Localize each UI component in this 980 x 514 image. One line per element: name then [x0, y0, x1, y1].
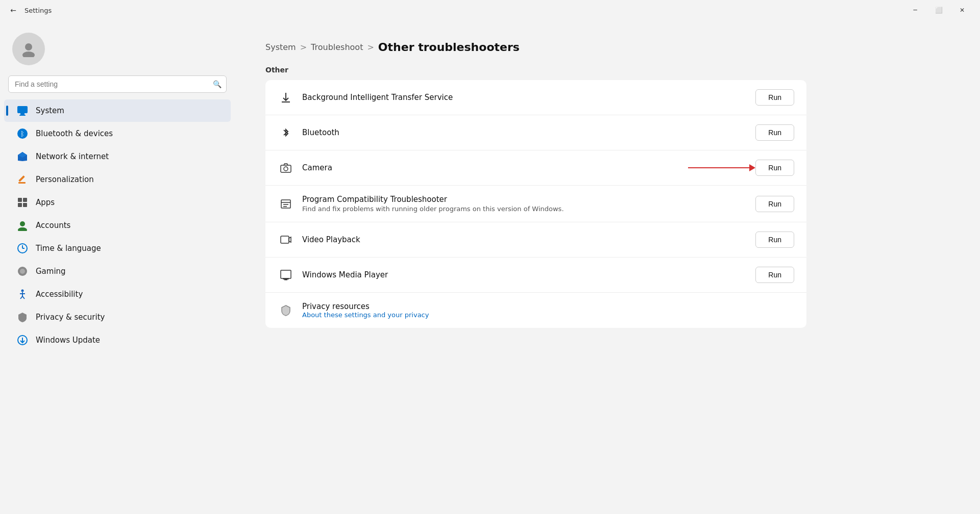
- svg-rect-4: [19, 115, 26, 116]
- troubleshooter-title-privacy-resources: Privacy resources: [302, 302, 794, 311]
- maximize-button[interactable]: ⬜: [927, 2, 950, 18]
- troubleshooter-text-camera: Camera: [302, 163, 747, 172]
- breadcrumb-current: Other troubleshooters: [378, 41, 520, 54]
- troubleshooter-title-windows-media: Windows Media Player: [302, 270, 747, 279]
- troubleshooter-icon-bluetooth: [278, 124, 294, 141]
- troubleshooter-subtitle-program-compat: Find and fix problems with running older…: [302, 205, 747, 213]
- troubleshooter-link-privacy-resources[interactable]: About these settings and your privacy: [302, 311, 794, 319]
- run-button-bits[interactable]: Run: [755, 89, 794, 106]
- breadcrumb-sep1: >: [300, 42, 307, 52]
- sidebar-item-label-personalization: Personalization: [36, 175, 94, 184]
- troubleshooter-text-program-compat: Program Compatibility TroubleshooterFind…: [302, 195, 747, 213]
- sidebar-item-label-privacy: Privacy & security: [36, 313, 105, 322]
- svg-rect-33: [281, 236, 289, 243]
- sidebar-item-accessibility[interactable]: Accessibility: [4, 283, 231, 305]
- troubleshooter-title-camera: Camera: [302, 163, 747, 172]
- run-button-program-compat[interactable]: Run: [755, 196, 794, 212]
- sidebar-item-system[interactable]: System: [4, 99, 231, 122]
- troubleshooter-title-program-compat: Program Compatibility Troubleshooter: [302, 195, 747, 204]
- sidebar-item-label-time: Time & language: [36, 244, 101, 253]
- accessibility-icon: [16, 288, 29, 300]
- breadcrumb: System > Troubleshoot > Other troublesho…: [265, 41, 949, 54]
- run-button-windows-media[interactable]: Run: [755, 267, 794, 283]
- troubleshooter-row-windows-media: Windows Media Player Run: [265, 258, 806, 293]
- user-avatar-section: [0, 29, 235, 75]
- window-controls: ─ ⬜ ✕: [903, 2, 974, 18]
- svg-rect-9: [18, 198, 22, 202]
- sidebar-item-network[interactable]: Network & internet: [4, 145, 231, 168]
- svg-point-28: [284, 167, 288, 171]
- sidebar-item-personalization[interactable]: Personalization: [4, 168, 231, 191]
- troubleshooter-text-windows-media: Windows Media Player: [302, 270, 747, 279]
- svg-rect-34: [281, 270, 291, 278]
- svg-point-14: [18, 227, 27, 231]
- troubleshooter-title-bluetooth: Bluetooth: [302, 128, 747, 137]
- troubleshooter-icon-windows-media: [278, 267, 294, 283]
- troubleshooter-row-privacy-resources: Privacy resourcesAbout these settings an…: [265, 293, 806, 328]
- sidebar: 🔍 System ᛒ Bluetooth & devices Network &…: [0, 20, 235, 514]
- titlebar: ← Settings ─ ⬜ ✕: [0, 0, 980, 20]
- troubleshooter-row-video-playback: Video Playback Run: [265, 222, 806, 258]
- sidebar-item-label-apps: Apps: [36, 198, 55, 207]
- minimize-button[interactable]: ─: [903, 2, 927, 18]
- sidebar-item-label-system: System: [36, 106, 64, 115]
- svg-line-24: [22, 296, 24, 299]
- sidebar-item-label-bluetooth: Bluetooth & devices: [36, 129, 113, 138]
- troubleshooter-icon-program-compat: [278, 196, 294, 212]
- svg-rect-11: [18, 203, 22, 207]
- sidebar-item-accounts[interactable]: Accounts: [4, 214, 231, 237]
- search-input[interactable]: [8, 75, 227, 93]
- sidebar-item-gaming[interactable]: Gaming: [4, 260, 231, 282]
- app-window: 🔍 System ᛒ Bluetooth & devices Network &…: [0, 20, 980, 514]
- svg-rect-27: [281, 165, 291, 172]
- network-icon: [16, 150, 29, 163]
- run-button-video-playback[interactable]: Run: [755, 232, 794, 248]
- sidebar-item-label-accessibility: Accessibility: [36, 290, 83, 299]
- sidebar-item-bluetooth[interactable]: ᛒ Bluetooth & devices: [4, 122, 231, 145]
- troubleshooter-icon-video-playback: [278, 232, 294, 248]
- app-title: Settings: [24, 7, 52, 14]
- sidebar-item-update[interactable]: Windows Update: [4, 329, 231, 351]
- search-box: 🔍: [8, 75, 227, 93]
- troubleshooter-text-bluetooth: Bluetooth: [302, 128, 747, 137]
- run-button-bluetooth[interactable]: Run: [755, 124, 794, 141]
- troubleshooter-icon-camera: [278, 160, 294, 176]
- troubleshooter-title-video-playback: Video Playback: [302, 235, 747, 244]
- accounts-icon: [16, 219, 29, 232]
- sidebar-item-label-gaming: Gaming: [36, 267, 66, 276]
- sidebar-item-label-network: Network & internet: [36, 152, 109, 161]
- troubleshooter-text-privacy-resources: Privacy resourcesAbout these settings an…: [302, 302, 794, 319]
- svg-point-0: [25, 43, 32, 50]
- sidebar-item-privacy[interactable]: Privacy & security: [4, 306, 231, 328]
- sidebar-item-time[interactable]: Time & language: [4, 237, 231, 260]
- back-button[interactable]: ←: [6, 3, 20, 17]
- troubleshooter-text-video-playback: Video Playback: [302, 235, 747, 244]
- svg-rect-35: [283, 278, 289, 279]
- avatar[interactable]: [12, 33, 45, 65]
- troubleshooter-row-bits: Background Intelligent Transfer Service …: [265, 80, 806, 115]
- troubleshooter-row-program-compat: Program Compatibility TroubleshooterFind…: [265, 186, 806, 222]
- troubleshooter-icon-bits: [278, 89, 294, 106]
- troubleshooter-row-bluetooth: Bluetooth Run: [265, 115, 806, 150]
- section-label: Other: [265, 66, 949, 74]
- nav-list: System ᛒ Bluetooth & devices Network & i…: [0, 99, 235, 352]
- personalization-icon: [16, 173, 29, 186]
- apps-icon: [16, 196, 29, 209]
- gaming-icon: [16, 265, 29, 277]
- svg-point-1: [22, 52, 35, 57]
- breadcrumb-troubleshoot[interactable]: Troubleshoot: [311, 42, 363, 52]
- sidebar-item-label-update: Windows Update: [36, 336, 100, 345]
- red-arrow: [688, 164, 755, 171]
- svg-text:ᛒ: ᛒ: [20, 130, 24, 138]
- breadcrumb-system[interactable]: System: [265, 42, 296, 52]
- close-button[interactable]: ✕: [950, 2, 974, 18]
- sidebar-item-label-accounts: Accounts: [36, 221, 70, 230]
- svg-rect-36: [284, 279, 287, 280]
- system-icon: [16, 105, 29, 117]
- svg-rect-7: [18, 182, 26, 184]
- svg-rect-10: [23, 198, 27, 202]
- run-button-camera[interactable]: Run: [755, 160, 794, 176]
- sidebar-item-apps[interactable]: Apps: [4, 191, 231, 214]
- svg-rect-3: [20, 113, 24, 115]
- time-icon: [16, 242, 29, 254]
